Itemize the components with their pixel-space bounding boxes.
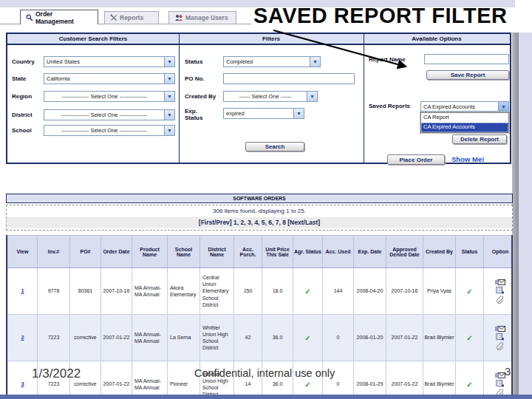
region-label: Region (12, 93, 32, 100)
view-link[interactable]: 2 (21, 334, 24, 341)
district-label: District (12, 112, 33, 118)
tab-manage-users[interactable]: Manage Users (168, 11, 236, 24)
exp-status-label: Exp. Status (185, 108, 208, 121)
col-header: School Name (168, 236, 200, 268)
chevron-down-icon[interactable]: ▼ (164, 92, 174, 101)
cell-district: Whittier Union High School District (200, 315, 234, 361)
created-by-select[interactable]: ------ Select One ------ ▼ (223, 91, 318, 102)
cell-product: MA Annual- MA Annual (132, 268, 168, 315)
send-email-icon[interactable] (495, 325, 505, 332)
status-check-icon: ✓ (456, 361, 484, 399)
search-button[interactable]: Search (245, 142, 304, 151)
cell-exp-date: 2008-01-29 (354, 361, 386, 399)
status-value: Completed (224, 58, 310, 65)
region-select[interactable]: --------------- Select One -------------… (44, 91, 175, 102)
cell-inv: 7223 (38, 315, 70, 361)
tools-icon (110, 14, 117, 21)
col-header: Agr. Status (293, 236, 323, 268)
tab-reports[interactable]: Reports (104, 11, 159, 24)
chevron-down-icon[interactable]: ▼ (164, 126, 174, 135)
state-select[interactable]: California ▼ (44, 73, 175, 84)
delete-report-button[interactable]: Delete Report (452, 134, 507, 144)
cell-order-date: 2007-01-22 (101, 361, 132, 399)
created-by-value: ------ Select One ------ (224, 93, 307, 100)
send-email-icon[interactable] (495, 279, 505, 286)
col-header: Unit Price This Sale (262, 236, 293, 268)
po-label: PO No. (185, 75, 205, 82)
scrollbar[interactable] (512, 33, 519, 395)
filter-panel: Customer Search Filters Filters Availabl… (6, 33, 511, 164)
chevron-down-icon[interactable]: ▼ (498, 102, 508, 111)
region-value: --------------- Select One -------------… (44, 93, 164, 100)
school-select[interactable]: --------------- Select One -------------… (44, 125, 175, 136)
status-select[interactable]: Completed ▼ (223, 56, 321, 67)
status-label: Status (185, 58, 202, 65)
save-report-button[interactable]: Save Report (426, 70, 509, 80)
district-select[interactable]: --------------- Select One -------------… (44, 109, 175, 120)
cell-school: La Serna (168, 315, 200, 361)
chevron-down-icon[interactable]: ▼ (293, 109, 304, 118)
place-order-button[interactable]: Place Order (387, 154, 445, 165)
view-link[interactable]: 3 (21, 381, 24, 387)
users-icon (174, 14, 183, 21)
slide: Order Management Reports Manage Users SA… (0, 0, 532, 399)
chevron-down-icon[interactable]: ▼ (164, 57, 174, 66)
panel-header: Customer Search Filters Filters Availabl… (7, 34, 510, 45)
saved-reports-dropdown: CA Report CA Expired Accounts (420, 112, 509, 133)
chevron-down-icon[interactable]: ▼ (164, 110, 174, 120)
cell-exp-date: 2008-01-20 (354, 315, 386, 361)
order-form-icon[interactable] (496, 333, 505, 341)
agr-status-check-icon: ✓ (293, 315, 323, 361)
state-value: California (44, 75, 164, 82)
col-header: Acc. Purch. (234, 236, 262, 268)
attachment-icon[interactable] (496, 341, 505, 350)
country-label: Country (12, 58, 35, 65)
po-input[interactable] (223, 73, 355, 84)
chevron-down-icon[interactable]: ▼ (307, 92, 317, 101)
cell-approved-date: 2007-10-16 (386, 268, 423, 315)
show-me-link[interactable]: Show Me! (451, 155, 484, 163)
tab-label: Order Management (35, 10, 92, 25)
col-header: Option (484, 236, 514, 268)
available-options-title: Available Options (364, 35, 510, 42)
attachment-icon[interactable] (496, 295, 505, 304)
dropdown-option-selected[interactable]: CA Expired Accounts (421, 123, 508, 132)
cell-po: 80361 (70, 268, 101, 315)
pagination[interactable]: [First/Prev] 1, 2, 3, 4, 5, 6, 7, 8 [Nex… (7, 217, 512, 228)
chevron-down-icon[interactable]: ▼ (164, 74, 174, 83)
dropdown-option[interactable]: CA Report (421, 113, 508, 123)
agr-status-check-icon: ✓ (293, 268, 323, 315)
saved-reports-select[interactable]: CA Expired Accounts ▼ (420, 101, 509, 112)
exp-status-select[interactable]: expired ▼ (223, 108, 304, 119)
send-email-icon[interactable] (495, 372, 505, 379)
state-label: State (12, 75, 27, 82)
cell-product: MA Annual- MA Annual (132, 361, 168, 399)
view-link[interactable]: 1 (21, 287, 24, 294)
panel-divider (364, 34, 364, 163)
country-select[interactable]: United States ▼ (44, 56, 175, 67)
table-row: 2 7223 corrective 2007-01-22 MA Annual- … (8, 315, 514, 361)
col-header: PO# (70, 236, 101, 268)
cell-acc-used: 144 (323, 268, 354, 315)
cell-inv: 9778 (38, 268, 70, 315)
bottom-band (0, 395, 532, 399)
chevron-down-icon[interactable]: ▼ (310, 57, 320, 66)
cell-school: Akora Elementary (168, 268, 200, 315)
order-form-icon[interactable] (496, 380, 505, 387)
col-header: View (8, 236, 38, 268)
tab-order-management[interactable]: Order Management (20, 10, 98, 24)
cell-product: MA Annual- MA Annual (132, 315, 168, 361)
report-name-input[interactable] (424, 54, 509, 64)
panel-divider (179, 34, 180, 163)
order-form-icon[interactable] (496, 287, 505, 294)
school-value: --------------- Select One -------------… (44, 127, 164, 134)
filters-title: Filters (179, 35, 364, 42)
col-header: Created By (423, 236, 456, 268)
cell-acc-purch: 150 (234, 268, 262, 315)
col-header: Order Date (101, 236, 132, 268)
status-check-icon: ✓ (456, 268, 484, 315)
created-by-label: Created By (185, 93, 216, 100)
col-header: Status (456, 236, 484, 268)
cell-acc-used: 0 (323, 315, 354, 361)
cell-created-by: Brad Blymier (423, 361, 456, 399)
